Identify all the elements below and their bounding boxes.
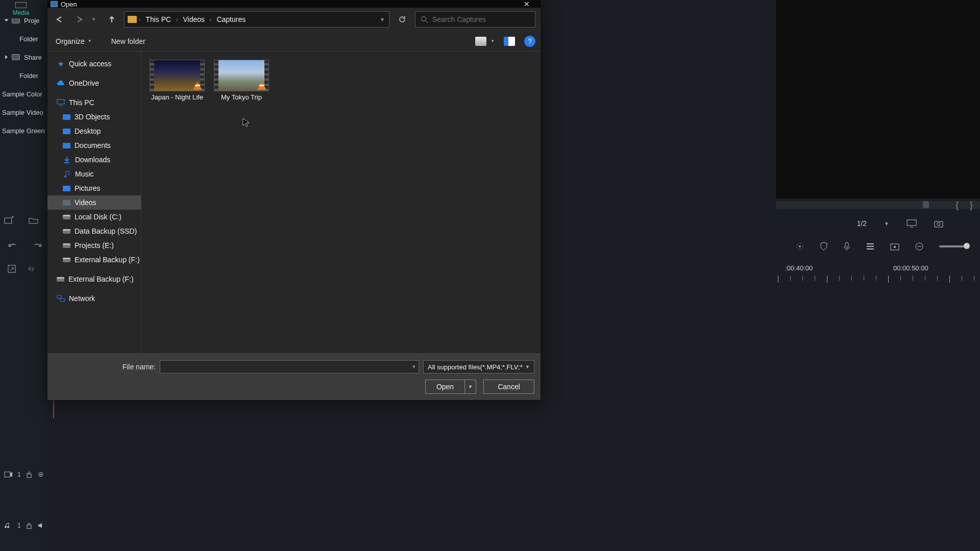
breadcrumb-captures[interactable]: Captures — [213, 13, 249, 26]
chevron-right-icon[interactable]: › — [209, 17, 212, 22]
music-icon — [63, 170, 71, 178]
filename-input-wrap[interactable]: ▼ — [160, 360, 419, 373]
add-folder-icon[interactable] — [29, 215, 39, 224]
camera-icon[interactable] — [934, 219, 943, 228]
tree-external-backup-f-root[interactable]: External Backup (F:) — [47, 272, 141, 286]
snapshot-icon[interactable] — [890, 242, 899, 251]
svg-point-7 — [40, 474, 41, 475]
history-dropdown[interactable]: ▼ — [91, 17, 100, 22]
tree-desktop[interactable]: Desktop — [47, 124, 141, 138]
tree-label: Network — [69, 294, 95, 303]
file-type-filter[interactable]: All supported files(*.MP4;*.FLV;* ▼ — [423, 360, 534, 373]
list-menu-icon[interactable] — [866, 242, 875, 251]
link-icon[interactable] — [27, 264, 36, 273]
mute-icon[interactable] — [37, 522, 44, 529]
tree-pictures[interactable]: Pictures — [47, 181, 141, 195]
timeline-tools — [795, 242, 968, 251]
chevron-down-icon[interactable]: ▼ — [884, 221, 889, 227]
folder-icon — [12, 54, 20, 60]
visibility-icon[interactable] — [37, 471, 44, 478]
media-tab[interactable]: Media — [5, 0, 37, 18]
page-label: 1/2 — [857, 219, 867, 228]
page-indicator[interactable]: 1/2 ▼ — [857, 219, 943, 228]
tree-external-backup-f[interactable]: External Backup (F:) — [47, 253, 141, 267]
tree-label: Desktop — [75, 127, 101, 135]
tree-downloads[interactable]: Downloads — [47, 153, 141, 167]
search-box[interactable] — [415, 11, 535, 28]
tree-local-disk-c[interactable]: Local Disk (C:) — [47, 210, 141, 224]
tree-this-pc[interactable]: This PC — [47, 95, 141, 110]
timeline-tracks-area[interactable] — [776, 295, 980, 499]
ruler-ticks — [776, 276, 980, 283]
tree-documents[interactable]: Documents — [47, 138, 141, 153]
forward-button[interactable] — [72, 12, 86, 27]
svg-point-8 — [5, 526, 7, 528]
resize-grip[interactable]: ⋰ — [535, 393, 539, 398]
mic-icon[interactable] — [843, 242, 850, 251]
open-button[interactable]: Open — [425, 380, 465, 394]
redo-icon[interactable] — [32, 243, 42, 251]
audio-track-header[interactable]: 1 — [2, 500, 47, 551]
insert-icon[interactable] — [7, 264, 16, 273]
open-split-button[interactable]: ▼ — [465, 380, 476, 394]
tree-label: External Backup (F:) — [75, 256, 140, 264]
breadcrumb-this-pc[interactable]: This PC — [142, 13, 174, 26]
undo-icon[interactable] — [8, 243, 18, 251]
navigation-bar: ▼ › This PC › Videos › Captures ▼ — [47, 8, 541, 31]
file-name: Japan - Night Life — [151, 93, 203, 102]
add-bin-icon[interactable] — [4, 215, 14, 224]
scrub-bar[interactable] — [776, 201, 980, 209]
sample-row[interactable]: Sample Green — [0, 121, 47, 140]
tree-onedrive[interactable]: OneDrive — [47, 76, 141, 90]
tree-data-backup-ssd[interactable]: Data Backup (SSD) — [47, 224, 141, 238]
shield-icon[interactable] — [820, 242, 828, 251]
gear-dots-icon[interactable] — [795, 242, 804, 251]
close-button[interactable]: ✕ — [516, 1, 537, 8]
chevron-down-icon[interactable]: ▼ — [409, 364, 419, 369]
scrub-knob[interactable] — [923, 201, 929, 208]
filename-input[interactable] — [160, 363, 409, 371]
search-input[interactable] — [432, 15, 530, 23]
navigation-tree[interactable]: ★ Quick access OneDrive This PC 3D Objec… — [47, 52, 141, 354]
file-item[interactable]: Japan - Night Life — [149, 59, 206, 103]
timeline-ruler[interactable]: :00:40:00 00:00:50:00 — [776, 263, 980, 294]
chevron-right-icon[interactable]: › — [138, 17, 141, 22]
zoom-slider[interactable] — [939, 245, 968, 247]
back-button[interactable] — [53, 12, 67, 27]
tree-3d-objects[interactable]: 3D Objects — [47, 110, 141, 124]
chevron-down-icon[interactable]: ▼ — [379, 17, 386, 22]
file-list[interactable]: Japan - Night Life My Tokyo Trip — [141, 52, 541, 354]
video-track-header[interactable]: 1 — [2, 449, 47, 500]
zoom-out-icon[interactable] — [915, 242, 924, 251]
tree-network[interactable]: Network — [47, 291, 141, 306]
tree-music[interactable]: Music — [47, 167, 141, 181]
up-button[interactable] — [105, 12, 119, 27]
playhead-line[interactable] — [53, 398, 54, 418]
file-thumbnail — [214, 60, 269, 91]
tree-projects-e[interactable]: Projects (E:) — [47, 238, 141, 253]
view-mode-button[interactable]: ▼ — [475, 37, 495, 46]
new-folder-button[interactable]: New folder — [108, 34, 149, 48]
tree-videos[interactable]: Videos — [47, 195, 141, 210]
lock-icon[interactable] — [26, 522, 32, 529]
sample-row[interactable]: Sample Color — [0, 85, 47, 103]
dialog-titlebar[interactable]: Open ✕ — [47, 1, 541, 8]
refresh-button[interactable] — [395, 12, 410, 27]
zoom-slider-thumb[interactable] — [964, 243, 970, 249]
chevron-right-icon[interactable]: › — [175, 17, 179, 22]
new-folder-label: New folder — [111, 37, 145, 45]
help-button[interactable]: ? — [524, 36, 535, 47]
sample-row[interactable]: Sample Video — [0, 103, 47, 121]
monitor-icon[interactable] — [906, 219, 917, 228]
address-bar[interactable]: › This PC › Videos › Captures ▼ — [124, 11, 389, 28]
file-item[interactable]: My Tokyo Trip — [213, 59, 270, 103]
lock-icon[interactable] — [26, 471, 32, 478]
tree-quick-access[interactable]: ★ Quick access — [47, 57, 141, 71]
organize-button[interactable]: Organize ▼ — [53, 34, 95, 48]
breadcrumb-videos[interactable]: Videos — [180, 13, 208, 26]
shared-label: Share — [24, 54, 42, 61]
cancel-button[interactable]: Cancel — [483, 380, 534, 394]
folder-sublabel-2: Folder — [0, 66, 47, 85]
preview-pane-button[interactable] — [504, 37, 515, 46]
shared-row[interactable]: Share — [0, 48, 47, 66]
